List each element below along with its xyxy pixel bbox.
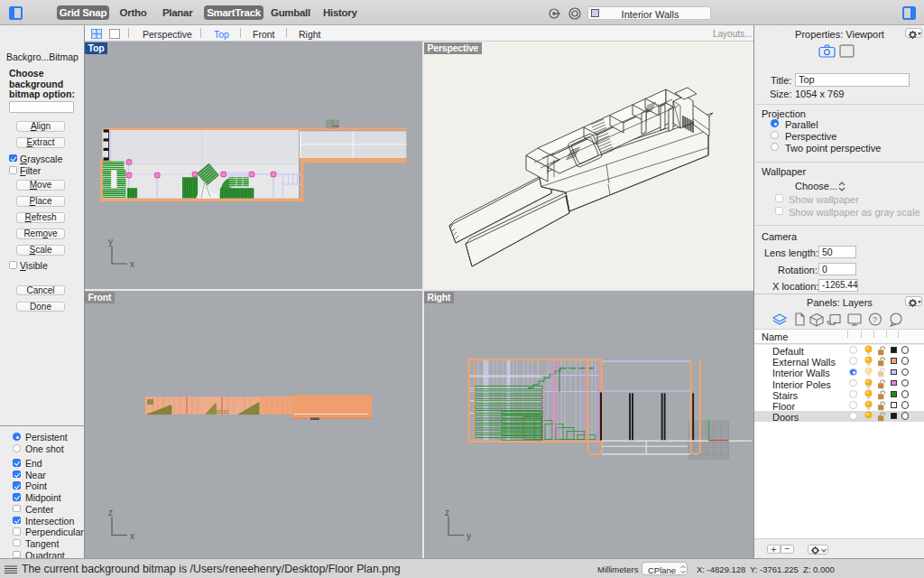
svg-text:x: x: [130, 259, 134, 269]
svg-text:y: y: [108, 237, 113, 247]
svg-text:z: z: [445, 507, 449, 517]
svg-text:y: y: [467, 530, 471, 540]
svg-text:x: x: [130, 530, 134, 540]
svg-text:?: ?: [873, 315, 877, 324]
svg-text:z: z: [108, 507, 113, 517]
